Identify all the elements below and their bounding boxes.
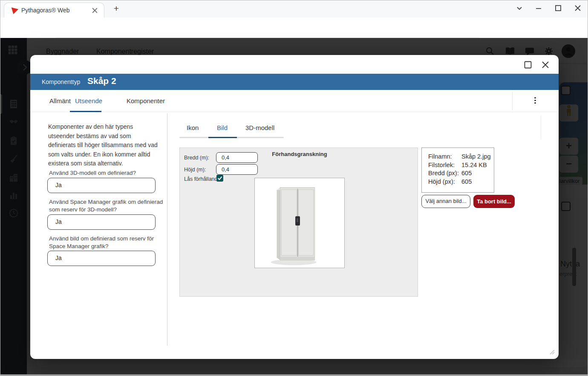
tab-bar-divider — [512, 92, 513, 110]
lock-ratio-checkbox[interactable] — [216, 175, 223, 182]
dialog-title-bar: Komponenttyp Skåp 2 — [30, 74, 559, 90]
new-tab-button[interactable]: + — [110, 3, 122, 15]
window-minimize-icon[interactable] — [533, 3, 544, 14]
dialog-type-label: Komponenttyp — [42, 78, 80, 85]
height-input[interactable] — [216, 164, 258, 175]
subtab-active-underline — [208, 137, 237, 138]
choose-other-image-button[interactable]: Välj annan bild... — [421, 195, 470, 208]
image-settings-panel: Bredd (m): Höjd (m): Lås förhållande: Fö… — [179, 148, 418, 297]
browser-window: Pythagoras® Web + pim.pythagoras.se/py_d… — [0, 0, 588, 376]
subtab-ikon[interactable]: Ikon — [187, 124, 199, 131]
remove-image-button[interactable]: Ta bort bild... — [473, 195, 515, 208]
pythagoras-favicon-icon — [11, 7, 19, 14]
dialog-title: Skåp 2 — [87, 76, 116, 86]
question-bild-label: Använd bild om definierad som reserv för… — [49, 235, 163, 250]
window-bottom-border — [0, 374, 588, 376]
dialog-resize-handle[interactable] — [548, 348, 555, 355]
filesize-value: 15.24 KB — [461, 162, 487, 168]
width-input[interactable] — [216, 152, 258, 163]
height-px-label: Höjd (px): — [428, 178, 461, 185]
dialog-tab-bar: Allmänt Utseende Komponenter — [30, 90, 559, 112]
question-spacemanager-select[interactable]: Ja — [47, 214, 156, 230]
file-info-row: Bredd (px):605 — [428, 170, 494, 178]
filesize-label: Filstorlek: — [428, 162, 461, 168]
question-spacemanager-label: Använd Space Manager grafik om definiera… — [49, 198, 163, 214]
height-px-value: 605 — [461, 178, 472, 185]
browser-toolbar: pim.pythagoras.se/py_datamanager_interna… — [0, 17, 588, 38]
file-info-row: Filstorlek:15.24 KB — [428, 162, 494, 170]
filename-value: Skåp 2.jpg — [461, 153, 491, 160]
file-info-panel: Filnamn:Skåp 2.jpg Filstorlek:15.24 KB B… — [421, 148, 494, 193]
komponenttyp-dialog: Komponenttyp Skåp 2 Allmänt Utseende Kom… — [30, 55, 559, 359]
width-px-label: Bredd (px): — [428, 170, 461, 176]
browser-tabstrip: Pythagoras® Web + — [0, 0, 588, 17]
tab-komponenter[interactable]: Komponenter — [127, 97, 165, 104]
file-info-row: Höjd (px):605 — [428, 178, 494, 187]
panel-divider — [167, 113, 167, 346]
preview-title: Förhandsgranskning — [254, 151, 345, 157]
window-close-icon[interactable] — [572, 3, 583, 14]
question-3d-select[interactable]: Ja — [47, 178, 156, 193]
width-label: Bredd (m): — [184, 155, 209, 161]
dialog-menu-kebab-icon[interactable] — [532, 96, 538, 107]
tab-close-icon[interactable] — [91, 7, 98, 14]
width-px-value: 605 — [461, 170, 472, 176]
filename-label: Filnamn: — [428, 153, 461, 160]
file-info-row: Filnamn:Skåp 2.jpg — [428, 153, 494, 162]
appearance-description: Komponenter av den här typens utseender … — [48, 122, 160, 168]
browser-tab[interactable]: Pythagoras® Web — [4, 3, 104, 17]
tab-title: Pythagoras® Web — [21, 7, 70, 14]
window-chevron-icon[interactable] — [514, 3, 525, 14]
window-maximize-icon[interactable] — [553, 3, 564, 14]
question-bild-select[interactable]: Ja — [47, 251, 156, 266]
subtab-3dmodell[interactable]: 3D-modell — [245, 124, 274, 131]
question-3d-label: Använd 3D-modell om definierad? — [49, 169, 163, 177]
image-preview — [254, 178, 345, 268]
subtab-bild[interactable]: Bild — [217, 124, 228, 131]
checkmark-icon — [216, 175, 223, 182]
tab-allmant[interactable]: Allmänt — [49, 97, 71, 104]
subtab-right-divider — [541, 116, 541, 139]
active-tab-underline — [70, 111, 101, 112]
cabinet-image — [255, 178, 344, 268]
dialog-close-icon[interactable] — [540, 59, 551, 70]
dialog-maximize-icon[interactable] — [522, 59, 533, 70]
tab-utseende[interactable]: Utseende — [75, 97, 102, 104]
height-label: Höjd (m): — [184, 167, 206, 173]
